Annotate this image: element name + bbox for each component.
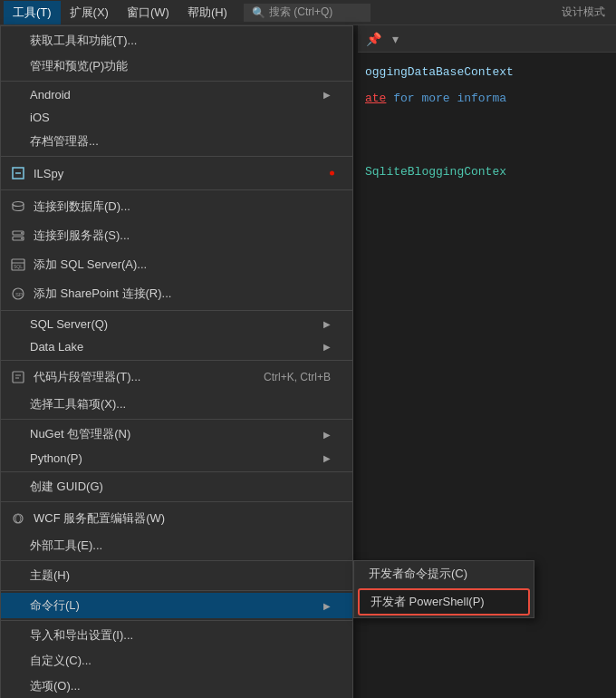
- wcf-icon: [8, 509, 28, 528]
- svg-point-6: [21, 238, 23, 239]
- python-arrow-icon: ▶: [323, 453, 331, 463]
- submenu-item-dev-powershell-label: 开发者 PowerShell(P): [371, 594, 517, 610]
- menu-item-theme-label: 主题(H): [30, 567, 331, 584]
- menu-item-get-tools[interactable]: 获取工具和功能(T)...: [1, 28, 352, 53]
- menu-item-connect-server[interactable]: 连接到服务器(S)...: [1, 221, 352, 250]
- menu-item-connect-server-label: 连接到服务器(S)...: [34, 228, 331, 244]
- svg-point-5: [21, 232, 23, 234]
- menu-item-theme[interactable]: 主题(H): [1, 563, 352, 588]
- db-icon: [8, 197, 28, 217]
- menu-item-options-label: 选项(O)...: [30, 678, 331, 694]
- nuget-arrow-icon: ▶: [323, 430, 331, 440]
- menu-item-wcf[interactable]: WCF 服务配置编辑器(W): [1, 504, 352, 533]
- ilspy-dot: [330, 171, 334, 176]
- menu-item-archive-manager[interactable]: 存档管理器...: [1, 129, 352, 154]
- menu-item-get-tools-label: 获取工具和功能(T)...: [30, 33, 331, 49]
- submenu-item-dev-cmd[interactable]: 开发者命令提示(C): [354, 561, 534, 587]
- menu-item-ios[interactable]: iOS: [1, 106, 352, 129]
- menu-tools[interactable]: 工具(T): [4, 1, 61, 24]
- menu-item-wcf-label: WCF 服务配置编辑器(W): [34, 510, 331, 527]
- menu-item-add-sql[interactable]: SQL 添加 SQL Server(A)...: [1, 250, 352, 279]
- svg-point-2: [13, 202, 24, 207]
- separator-10: [1, 590, 352, 591]
- svg-text:SQL: SQL: [14, 264, 23, 269]
- menu-item-connect-db[interactable]: 连接到数据库(D)...: [1, 192, 352, 221]
- submenu-item-dev-cmd-label: 开发者命令提示(C): [369, 566, 519, 582]
- menu-item-create-guid-label: 创建 GUID(G): [30, 479, 331, 495]
- menu-item-add-sql-label: 添加 SQL Server(A)...: [34, 257, 331, 273]
- menu-item-create-guid[interactable]: 创建 GUID(G): [1, 474, 352, 499]
- dropdown-icon[interactable]: ▾: [385, 29, 405, 49]
- for-text: for more informa: [393, 92, 506, 105]
- menu-item-add-sharepoint[interactable]: SP 添加 SharePoint 连接(R)...: [1, 279, 352, 308]
- code-line-classname: SqliteBloggingContex: [365, 163, 609, 182]
- submenu-item-dev-powershell[interactable]: 开发者 PowerShell(P): [358, 588, 530, 616]
- menu-item-sql-server[interactable]: SQL Server(Q) ▶: [1, 313, 352, 335]
- menu-item-add-sharepoint-label: 添加 SharePoint 连接(R)...: [34, 286, 331, 302]
- separator-9: [1, 560, 352, 561]
- cmdline-submenu: 开发者命令提示(C) 开发者 PowerShell(P): [353, 560, 534, 618]
- search-placeholder: 搜索 (Ctrl+Q): [269, 5, 332, 20]
- editor-toolbar: 📌 ▾: [358, 25, 616, 53]
- menu-item-connect-db-label: 连接到数据库(D)...: [34, 199, 331, 215]
- menu-item-nuget-label: NuGet 包管理器(N): [30, 426, 323, 442]
- classname-text: SqliteBloggingContex: [365, 163, 609, 182]
- separator-6: [1, 419, 352, 420]
- ilspy-icon: [8, 163, 28, 183]
- separator-7: [1, 471, 352, 472]
- menu-item-nuget[interactable]: NuGet 包管理器(N) ▶: [1, 422, 352, 447]
- separator-4: [1, 310, 352, 311]
- menu-item-customize[interactable]: 自定义(C)...: [1, 648, 352, 674]
- sql-server-arrow-icon: ▶: [323, 319, 331, 329]
- menu-item-python[interactable]: Python(P) ▶: [1, 447, 352, 470]
- data-lake-arrow-icon: ▶: [323, 342, 331, 352]
- code-line-mixed: ate for more informa: [365, 90, 609, 109]
- menu-window[interactable]: 窗口(W): [118, 1, 178, 24]
- code-snippet-shortcut: Ctrl+K, Ctrl+B: [264, 371, 331, 383]
- search-box[interactable]: 🔍 搜索 (Ctrl+Q): [244, 4, 371, 22]
- menu-extensions[interactable]: 扩展(X): [61, 1, 118, 24]
- separator-2: [1, 156, 352, 157]
- menu-item-archive-manager-label: 存档管理器...: [30, 133, 331, 150]
- separator-1: [1, 81, 352, 82]
- menu-bar: 工具(T) 扩展(X) 窗口(W) 帮助(H) 🔍 搜索 (Ctrl+Q) 设计…: [0, 0, 616, 25]
- android-arrow-icon: ▶: [323, 90, 331, 100]
- menu-item-choose-toolbox[interactable]: 选择工具箱项(X)...: [1, 392, 352, 417]
- code-line-context: oggingDataBaseContext: [365, 63, 609, 82]
- menu-item-ilspy[interactable]: ILSpy: [1, 159, 352, 188]
- context-text: oggingDataBaseContext: [365, 65, 514, 79]
- search-icon: 🔍: [252, 6, 265, 19]
- svg-rect-12: [13, 372, 24, 383]
- menu-item-choose-toolbox-label: 选择工具箱项(X)...: [30, 396, 331, 412]
- menu-item-android[interactable]: Android ▶: [1, 83, 352, 106]
- pin-icon[interactable]: 📌: [363, 29, 383, 49]
- svg-text:SP: SP: [15, 292, 23, 297]
- server-icon: [8, 226, 28, 246]
- separator-3: [1, 189, 352, 190]
- menu-item-sql-server-label: SQL Server(Q): [30, 317, 323, 331]
- menu-item-manage-preview[interactable]: 管理和预览(P)功能: [1, 53, 352, 79]
- sharepoint-icon: SP: [8, 284, 28, 304]
- menu-item-customize-label: 自定义(C)...: [30, 653, 331, 669]
- menu-item-android-label: Android: [30, 88, 323, 102]
- menu-item-ios-label: iOS: [30, 111, 331, 124]
- menu-item-import-export-label: 导入和导出设置(I)...: [30, 627, 331, 644]
- menu-item-data-lake[interactable]: Data Lake ▶: [1, 335, 352, 358]
- menu-item-manage-preview-label: 管理和预览(P)功能: [30, 58, 331, 74]
- code-area: oggingDataBaseContext ate for more infor…: [358, 53, 616, 192]
- code-snippet-icon: [8, 367, 28, 387]
- menu-help[interactable]: 帮助(H): [178, 1, 236, 24]
- menu-item-external-tools-label: 外部工具(E)...: [30, 538, 331, 554]
- separator-11: [1, 620, 352, 621]
- menu-item-code-snippet[interactable]: 代码片段管理器(T)... Ctrl+K, Ctrl+B: [1, 363, 352, 392]
- menu-item-cmdline[interactable]: 命令行(L) ▶: [1, 593, 352, 618]
- menu-item-python-label: Python(P): [30, 451, 323, 465]
- separator-8: [1, 501, 352, 502]
- menu-item-import-export[interactable]: 导入和导出设置(I)...: [1, 623, 352, 648]
- menu-item-options[interactable]: 选项(O)...: [1, 674, 352, 698]
- design-mode-label: 设计模式: [562, 5, 612, 20]
- menu-item-ilspy-label: ILSpy: [34, 167, 331, 180]
- menu-item-external-tools[interactable]: 外部工具(E)...: [1, 533, 352, 558]
- tools-dropdown-menu: 获取工具和功能(T)... 管理和预览(P)功能 Android ▶ iOS 存…: [0, 25, 353, 698]
- svg-point-15: [14, 514, 23, 523]
